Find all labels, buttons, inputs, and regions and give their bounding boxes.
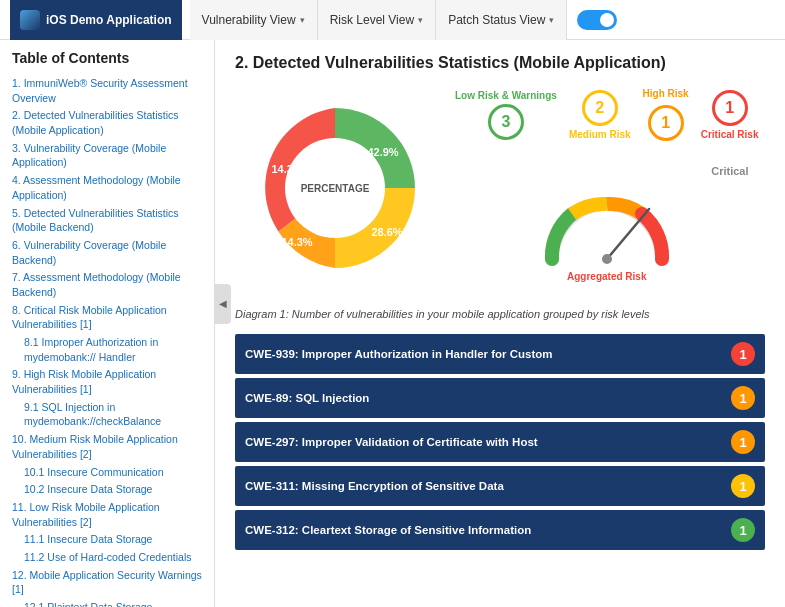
donut-center-label: PERCENTAGE xyxy=(301,183,370,194)
medium-risk-label: Medium Risk xyxy=(569,129,631,140)
cwe-count: 1 xyxy=(731,342,755,366)
critical-risk-label: Critical Risk xyxy=(701,129,759,140)
svg-text:28.6%: 28.6% xyxy=(371,226,402,238)
sidebar-collapse-button[interactable]: ◀ xyxy=(215,284,231,324)
sidebar-item[interactable]: 10.1 Insecure Communication xyxy=(12,465,202,480)
svg-line-5 xyxy=(607,209,649,259)
sidebar-item[interactable]: 12. Mobile Application Security Warnings… xyxy=(12,568,202,597)
cwe-name: CWE-311: Missing Encryption of Sensitive… xyxy=(245,480,504,492)
sidebar-item[interactable]: 7. Assessment Methodology (Mobile Backen… xyxy=(12,270,202,299)
sidebar: Table of Contents 1. ImmuniWeb® Security… xyxy=(0,40,215,607)
risk-level-view-label: Risk Level View xyxy=(330,13,414,27)
cwe-row[interactable]: CWE-312: Cleartext Storage of Sensitive … xyxy=(235,510,765,550)
cwe-row[interactable]: CWE-89: SQL Injection 1 xyxy=(235,378,765,418)
content-area: 2. Detected Vulnerabilities Statistics (… xyxy=(215,40,785,607)
critical-risk-badge: 1 Critical Risk xyxy=(701,90,759,140)
high-risk-label: High Risk xyxy=(643,88,689,99)
sidebar-item[interactable]: 11. Low Risk Mobile Application Vulnerab… xyxy=(12,500,202,529)
sidebar-item[interactable]: 1. ImmuniWeb® Security Assessment Overvi… xyxy=(12,76,202,105)
app-logo: iOS Demo Application xyxy=(10,0,182,40)
svg-point-6 xyxy=(602,254,612,264)
cwe-row[interactable]: CWE-311: Missing Encryption of Sensitive… xyxy=(235,466,765,506)
app-logo-icon xyxy=(20,10,40,30)
app-name: iOS Demo Application xyxy=(46,13,172,27)
statistics-area: 42.9% 28.6% 14.3% 14.3% PERCENTAGE Low R… xyxy=(235,88,765,288)
high-risk-count: 1 xyxy=(648,105,684,141)
critical-risk-count: 1 xyxy=(712,90,748,126)
cwe-name: CWE-89: SQL Injection xyxy=(245,392,369,404)
gauge-top-label: Critical xyxy=(711,165,748,177)
sidebar-item[interactable]: 11.2 Use of Hard-coded Credentials xyxy=(12,550,202,565)
cwe-count: 1 xyxy=(731,430,755,454)
sidebar-item[interactable]: 9. High Risk Mobile Application Vulnerab… xyxy=(12,367,202,396)
low-risk-count: 3 xyxy=(488,104,524,140)
low-risk-label: Low Risk & Warnings xyxy=(455,90,557,101)
high-risk-badge: High Risk 1 xyxy=(643,88,689,141)
cwe-name: CWE-312: Cleartext Storage of Sensitive … xyxy=(245,524,531,536)
risk-badges-row: Low Risk & Warnings 3 2 Medium Risk High… xyxy=(455,88,759,141)
chevron-down-icon: ▾ xyxy=(549,15,554,25)
sidebar-item[interactable]: 8.1 Improper Authorization in mydemobank… xyxy=(12,335,202,364)
sidebar-item[interactable]: 3. Vulnerability Coverage (Mobile Applic… xyxy=(12,141,202,170)
donut-chart: 42.9% 28.6% 14.3% 14.3% PERCENTAGE xyxy=(235,88,435,288)
sidebar-item[interactable]: 10. Medium Risk Mobile Application Vulne… xyxy=(12,432,202,461)
risk-level-view-btn[interactable]: Risk Level View ▾ xyxy=(318,0,436,40)
cwe-name: CWE-939: Improper Authorization in Handl… xyxy=(245,348,553,360)
medium-risk-count: 2 xyxy=(582,90,618,126)
svg-text:42.9%: 42.9% xyxy=(367,146,398,158)
section-title: 2. Detected Vulnerabilities Statistics (… xyxy=(235,54,765,72)
vulnerability-view-label: Vulnerability View xyxy=(202,13,296,27)
chevron-down-icon: ▾ xyxy=(418,15,423,25)
sidebar-item[interactable]: 2. Detected Vulnerabilities Statistics (… xyxy=(12,108,202,137)
sidebar-item[interactable]: 6. Vulnerability Coverage (Mobile Backen… xyxy=(12,238,202,267)
cwe-count: 1 xyxy=(731,474,755,498)
cwe-count: 1 xyxy=(731,518,755,542)
sidebar-item[interactable]: 12.1 Plaintext Data Storage xyxy=(12,600,202,607)
gauge-chart: Critical xyxy=(455,155,759,282)
chevron-down-icon: ▾ xyxy=(300,15,305,25)
low-risk-badge: Low Risk & Warnings 3 xyxy=(455,90,557,140)
sidebar-item[interactable]: 4. Assessment Methodology (Mobile Applic… xyxy=(12,173,202,202)
vulnerability-view-btn[interactable]: Vulnerability View ▾ xyxy=(190,0,318,40)
top-navigation: iOS Demo Application Vulnerability View … xyxy=(0,0,785,40)
sidebar-item[interactable]: 5. Detected Vulnerabilities Statistics (… xyxy=(12,206,202,235)
sidebar-items: 1. ImmuniWeb® Security Assessment Overvi… xyxy=(12,76,202,607)
diagram-caption: Diagram 1: Number of vulnerabilities in … xyxy=(235,308,765,320)
sidebar-title: Table of Contents xyxy=(12,50,202,66)
gauge-svg xyxy=(537,179,677,269)
patch-status-view-btn[interactable]: Patch Status View ▾ xyxy=(436,0,567,40)
svg-text:14.3%: 14.3% xyxy=(271,163,302,175)
sidebar-item[interactable]: 8. Critical Risk Mobile Application Vuln… xyxy=(12,303,202,332)
sidebar-item[interactable]: 11.1 Insecure Data Storage xyxy=(12,532,202,547)
medium-risk-badge: 2 Medium Risk xyxy=(569,90,631,140)
view-toggle[interactable] xyxy=(577,10,617,30)
patch-status-view-label: Patch Status View xyxy=(448,13,545,27)
right-panel: Low Risk & Warnings 3 2 Medium Risk High… xyxy=(455,88,759,282)
cwe-name: CWE-297: Improper Validation of Certific… xyxy=(245,436,538,448)
main-layout: Table of Contents 1. ImmuniWeb® Security… xyxy=(0,40,785,607)
sidebar-item[interactable]: 10.2 Insecure Data Storage xyxy=(12,482,202,497)
cwe-row[interactable]: CWE-297: Improper Validation of Certific… xyxy=(235,422,765,462)
cwe-list: CWE-939: Improper Authorization in Handl… xyxy=(235,334,765,550)
cwe-count: 1 xyxy=(731,386,755,410)
svg-text:14.3%: 14.3% xyxy=(281,236,312,248)
gauge-bottom-label: Aggregated Risk xyxy=(567,271,646,282)
sidebar-item[interactable]: 9.1 SQL Injection in mydemobank://checkB… xyxy=(12,400,202,429)
cwe-row[interactable]: CWE-939: Improper Authorization in Handl… xyxy=(235,334,765,374)
